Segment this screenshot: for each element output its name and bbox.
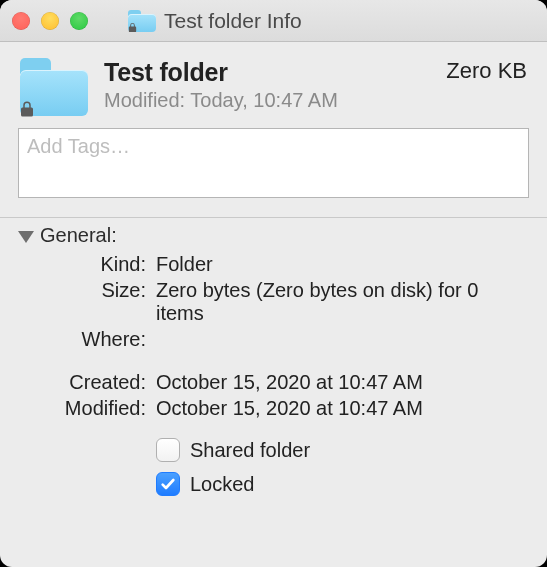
shared-folder-row: Shared folder [156, 438, 529, 462]
tags-input[interactable] [18, 128, 529, 198]
header: Test folder Modified: Today, 10:47 AM Ze… [0, 42, 547, 120]
kind-value: Folder [156, 253, 529, 276]
locked-checkbox[interactable] [156, 472, 180, 496]
modified-value: Today, 10:47 AM [190, 89, 338, 111]
locked-label: Locked [190, 473, 255, 496]
close-button[interactable] [12, 12, 30, 30]
item-size: Zero KB [446, 58, 527, 84]
where-value [156, 328, 529, 351]
modified-value: October 15, 2020 at 10:47 AM [156, 397, 529, 420]
zoom-button[interactable] [70, 12, 88, 30]
lock-icon [126, 22, 138, 34]
traffic-lights [12, 12, 88, 30]
modified-label: Modified: [18, 397, 146, 420]
size-value: Zero bytes (Zero bytes on disk) for 0 it… [156, 279, 529, 325]
window-title: Test folder Info [164, 9, 302, 33]
titlebar[interactable]: Test folder Info [0, 0, 547, 42]
tags-section [0, 120, 547, 217]
minimize-button[interactable] [41, 12, 59, 30]
chevron-down-icon [18, 231, 34, 243]
general-disclosure[interactable]: General: [18, 224, 529, 247]
created-value: October 15, 2020 at 10:47 AM [156, 371, 529, 394]
kind-label: Kind: [18, 253, 146, 276]
modified-label: Modified: [104, 89, 185, 111]
folder-icon [128, 10, 156, 32]
created-label: Created: [18, 371, 146, 394]
modified-summary: Modified: Today, 10:47 AM [104, 89, 446, 112]
info-window: Test folder Info Test folder Modified: T… [0, 0, 547, 567]
general-heading: General: [40, 224, 117, 247]
size-label: Size: [18, 279, 146, 325]
item-name[interactable]: Test folder [104, 58, 446, 87]
general-checkboxes: Shared folder Locked [156, 438, 529, 496]
general-fields: Kind: Folder Size: Zero bytes (Zero byte… [18, 253, 529, 420]
shared-folder-label: Shared folder [190, 439, 310, 462]
title-wrap: Test folder Info [128, 9, 302, 33]
lock-icon [17, 99, 37, 119]
locked-row: Locked [156, 472, 529, 496]
folder-icon[interactable] [20, 58, 88, 116]
where-label: Where: [18, 328, 146, 351]
shared-folder-checkbox[interactable] [156, 438, 180, 462]
general-section: General: Kind: Folder Size: Zero bytes (… [0, 218, 547, 496]
